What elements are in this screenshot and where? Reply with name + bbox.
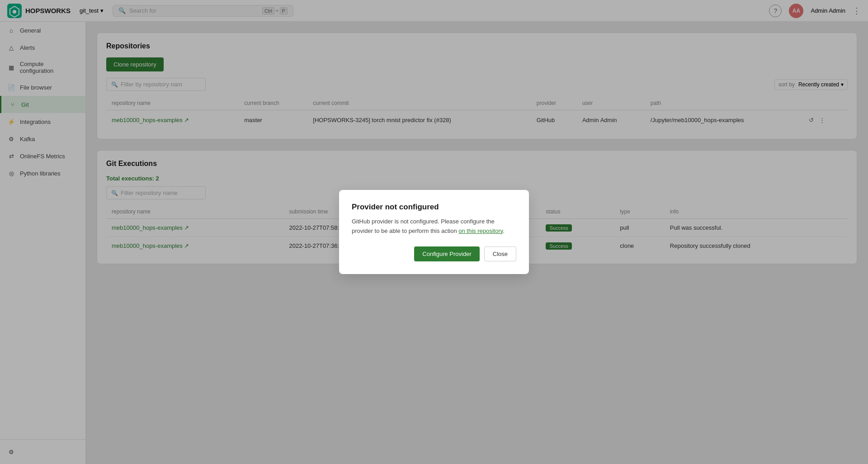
dialog-body: GitHub provider is not configured. Pleas… bbox=[352, 217, 516, 236]
dialog-body-text2: . bbox=[503, 227, 505, 234]
dialog-title: Provider not configured bbox=[352, 203, 516, 212]
dialog-body-link[interactable]: on this repository bbox=[458, 227, 503, 234]
dialog-overlay: Provider not configured GitHub provider … bbox=[0, 0, 868, 464]
close-dialog-button[interactable]: Close bbox=[484, 246, 516, 261]
dialog: Provider not configured GitHub provider … bbox=[339, 190, 529, 275]
configure-provider-button[interactable]: Configure Provider bbox=[414, 246, 479, 261]
dialog-actions: Configure Provider Close bbox=[352, 246, 516, 261]
